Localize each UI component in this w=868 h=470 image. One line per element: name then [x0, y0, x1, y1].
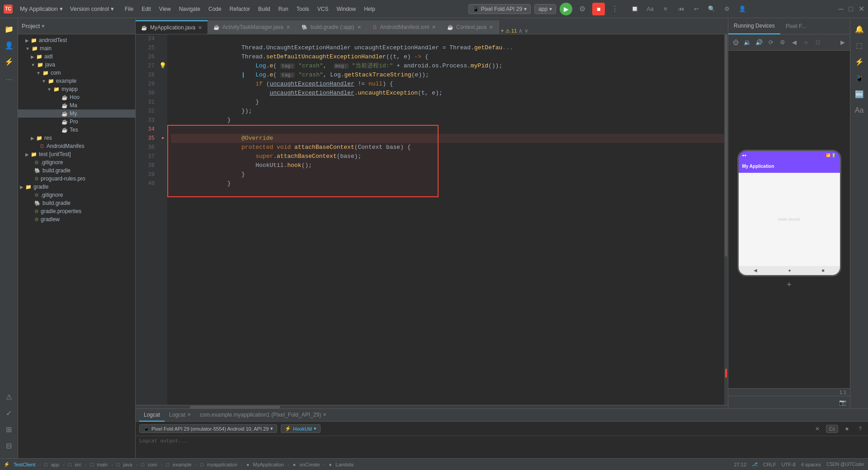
- tree-item-androidtest[interactable]: ▶📁androidTest: [18, 36, 135, 44]
- sidebar-icon-branch[interactable]: ⚡: [2, 54, 16, 69]
- status-indent[interactable]: 4 spaces: [801, 462, 821, 467]
- toolbar-icon-2[interactable]: Aa: [644, 3, 656, 15]
- tab-context[interactable]: ☕ Context.java ✕: [442, 20, 499, 34]
- tree-item-hoo[interactable]: ☕Hoo: [18, 93, 135, 101]
- h-scrollbar-thumb[interactable]: [190, 406, 280, 408]
- bottom-tab-logcat1[interactable]: Logcat: [139, 409, 165, 422]
- tree-item-gitignore2[interactable]: ⚙.gitignore: [18, 191, 135, 199]
- menu-help[interactable]: Help: [360, 4, 379, 14]
- toolbar-icon-4[interactable]: ⏮: [675, 3, 687, 15]
- tree-item-myapp[interactable]: ▼📁myapp: [18, 85, 135, 93]
- menu-file[interactable]: File: [121, 4, 137, 14]
- config-selector[interactable]: app ▾: [534, 4, 556, 14]
- tab-activitytaskmanager[interactable]: ☕ ActivityTaskManager.java ✕: [208, 20, 296, 34]
- toolbar-icon-5[interactable]: ↩: [690, 3, 703, 15]
- volume-up-icon[interactable]: 🔊: [754, 37, 764, 48]
- menu-run[interactable]: Run: [275, 4, 292, 14]
- sidebar-icon-more[interactable]: …: [2, 71, 16, 85]
- tree-item-aidl[interactable]: ▶📁aidl: [18, 52, 135, 61]
- tab-myapplication[interactable]: ☕ MyApplication.java ✕: [136, 20, 208, 34]
- sidebar-icon-bottom[interactable]: ⊟: [2, 438, 16, 453]
- toolbar-icon-6[interactable]: 🔍: [705, 3, 718, 15]
- tab-androidmanifest[interactable]: 🗋 AndroidManifest.xml ✕: [367, 20, 442, 34]
- add-device-icon[interactable]: +: [787, 280, 792, 290]
- project-tree[interactable]: ▶📁androidTest ▼📁main ▶📁aidl ▼📁java ▼📁com…: [18, 34, 135, 458]
- editor-scrollbar[interactable]: [724, 34, 728, 405]
- menu-navigate[interactable]: Navigate: [175, 4, 204, 14]
- logcat-filter-selector[interactable]: ⚡ HookUtil ▾: [281, 424, 321, 433]
- tree-item-res[interactable]: ▶📁res: [18, 134, 135, 142]
- logcat-help-button[interactable]: ?: [856, 425, 864, 433]
- menu-view[interactable]: View: [156, 4, 175, 14]
- logcat-clear-button[interactable]: ✕: [812, 425, 822, 433]
- tree-item-gitignore1[interactable]: ⚙.gitignore: [18, 158, 135, 166]
- back-icon[interactable]: ◀: [789, 37, 800, 48]
- tree-item-proguard[interactable]: ⚙proguard-rules.pro: [18, 175, 135, 183]
- tree-item-java[interactable]: ▼📁java: [18, 61, 135, 69]
- volume-down-icon[interactable]: 🔉: [742, 37, 753, 48]
- menu-build[interactable]: Build: [255, 4, 274, 14]
- tree-item-example[interactable]: ▼📁example: [18, 77, 135, 85]
- rotate-icon[interactable]: ⟳: [765, 37, 776, 48]
- device-settings-icon[interactable]: ⚙: [777, 37, 788, 48]
- stop-button[interactable]: ■: [592, 3, 605, 15]
- recent-icon[interactable]: □: [812, 37, 823, 48]
- pixel-fold-tab[interactable]: Pixel F...: [780, 18, 811, 34]
- project-name[interactable]: My Application ▾: [20, 5, 63, 12]
- sidebar-icon-commit[interactable]: 👤: [2, 38, 16, 52]
- bottom-tab-logcat2[interactable]: Logcat ✕: [165, 409, 195, 422]
- scrollbar-thumb[interactable]: [725, 34, 727, 256]
- version-control[interactable]: Version control ▾: [70, 5, 114, 12]
- more-options-icon[interactable]: ⋮: [609, 3, 621, 15]
- sidebar-icon-todo[interactable]: ✓: [2, 406, 16, 420]
- menu-code[interactable]: Code: [205, 4, 225, 14]
- tree-item-gradleprops[interactable]: ⚙gradle.properties: [18, 207, 135, 215]
- toolbar-icon-8[interactable]: 👤: [736, 3, 749, 15]
- run-button[interactable]: ▶: [560, 3, 572, 15]
- tree-item-buildgradle2[interactable]: 🐘build.gradle: [18, 199, 135, 207]
- horizontal-scrollbar[interactable]: [136, 405, 728, 408]
- status-git-icon[interactable]: ⚡: [4, 461, 10, 467]
- logcat-case-button[interactable]: Cc: [826, 425, 838, 433]
- sidebar-icon-problems[interactable]: ⚠: [2, 389, 16, 404]
- sidebar-icon-project[interactable]: 📁: [2, 22, 16, 36]
- tree-item-gradlew[interactable]: ⚙gradlew: [18, 215, 135, 223]
- menu-edit[interactable]: Edit: [138, 4, 155, 14]
- logcat-star-button[interactable]: ★: [842, 425, 852, 433]
- running-devices-tab[interactable]: Running Devices: [728, 18, 780, 34]
- home-icon[interactable]: ○: [801, 37, 811, 48]
- menu-window[interactable]: Window: [333, 4, 359, 14]
- menu-refactor[interactable]: Refactor: [226, 4, 254, 14]
- right-sidebar-icon5[interactable]: Aa: [852, 103, 867, 118]
- close-button[interactable]: ✕: [859, 5, 864, 13]
- tree-item-ma[interactable]: ☕Ma: [18, 101, 135, 109]
- settings-icon[interactable]: ⚙: [576, 3, 589, 15]
- tab-overflow[interactable]: ▾ ⚠ 11 ∧ ∨: [501, 28, 528, 34]
- tree-item-tes[interactable]: ☕Tes: [18, 126, 135, 134]
- tree-item-androidmanifest[interactable]: 🗋AndroidManifes: [18, 142, 135, 150]
- minimize-button[interactable]: ─: [838, 5, 843, 13]
- device-selector[interactable]: 📱 Pixel Fold API 29 ▾: [468, 4, 531, 14]
- right-sidebar-icon2[interactable]: ⚡: [852, 54, 867, 69]
- status-linesep[interactable]: CRLF: [763, 462, 776, 467]
- right-sidebar-icon4[interactable]: 🔤: [852, 87, 867, 101]
- tree-item-buildgradle1[interactable]: 🐘build.gradle: [18, 166, 135, 175]
- sidebar-icon-structure[interactable]: ⊞: [2, 422, 16, 437]
- code-editor[interactable]: 24 25 26 27 28 29 30 31 32 33 34 35: [136, 34, 728, 405]
- menu-vcs[interactable]: VCS: [314, 4, 332, 14]
- bottom-tab-process[interactable]: com.example.myapplication1 (Pixel_Fold_A…: [195, 409, 331, 422]
- menu-tools[interactable]: Tools: [293, 4, 313, 14]
- tree-item-com[interactable]: ▼📁com: [18, 69, 135, 77]
- tree-item-test[interactable]: ▶📁test [unitTest]: [18, 150, 135, 158]
- tree-item-my[interactable]: ☕My.: [18, 109, 135, 118]
- tree-item-gradle[interactable]: ▶📁gradle: [18, 183, 135, 191]
- toolbar-icon-3[interactable]: ≡: [659, 3, 672, 15]
- device-more-icon[interactable]: ▶: [837, 37, 848, 48]
- right-sidebar-icon1[interactable]: ⬚: [852, 38, 867, 52]
- right-sidebar-icon3[interactable]: 📱: [852, 71, 867, 85]
- tree-item-pro[interactable]: ☕Pro: [18, 118, 135, 126]
- toolbar-icon-7[interactable]: ⚙: [721, 3, 733, 15]
- tab-buildgradle[interactable]: 🐘 build.gradle (:app) ✕: [296, 20, 367, 34]
- tree-item-main[interactable]: ▼📁main: [18, 44, 135, 52]
- code-content[interactable]: Thread.UncaughtExceptionHandler uncaught…: [167, 34, 724, 405]
